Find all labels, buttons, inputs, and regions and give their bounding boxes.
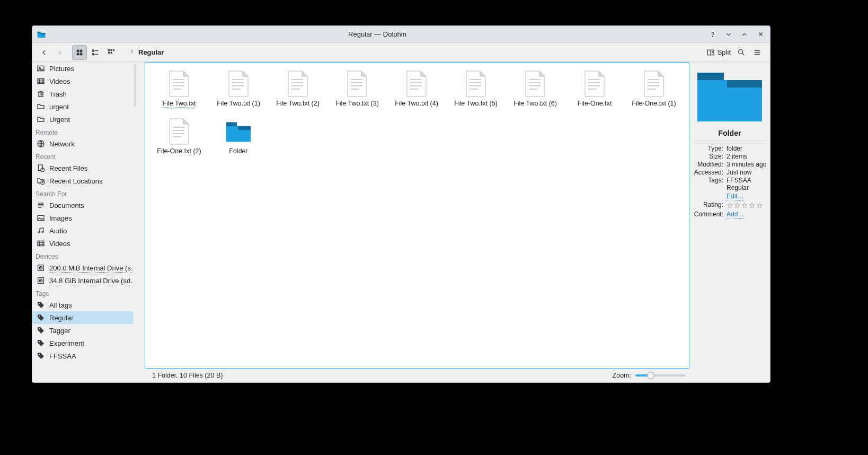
forward-button[interactable] — [52, 45, 67, 60]
text-file-icon — [344, 69, 370, 99]
tags-edit-link[interactable]: Edit… — [727, 192, 744, 200]
file-item[interactable]: File Two.txt (5) — [446, 69, 506, 117]
sidebar-item-regular[interactable]: Regular — [32, 311, 133, 324]
sidebar-item-recent-files[interactable]: Recent Files — [32, 162, 133, 174]
compact-view-button[interactable] — [88, 45, 103, 60]
info-key: Type: — [693, 145, 723, 152]
sidebar-section-header: Recent — [32, 150, 133, 162]
file-view[interactable]: File Two.txt File Two.txt (1) File Two.t… — [145, 62, 689, 369]
breadcrumb[interactable]: Regular — [129, 48, 164, 56]
sidebar-item-recent-locations[interactable]: Recent Locations — [32, 174, 133, 187]
text-file-icon — [522, 69, 548, 99]
file-item[interactable]: File-One.txt (2) — [149, 117, 209, 164]
sidebar-section-header: Remote — [32, 126, 133, 137]
file-item[interactable]: File Two.txt (6) — [506, 69, 565, 117]
sidebar-item-documents[interactable]: Documents — [32, 199, 133, 212]
sidebar-item-label: Images — [49, 214, 72, 222]
info-key: Accessed: — [693, 169, 723, 176]
file-item[interactable]: File Two.txt (1) — [209, 69, 268, 117]
svg-point-58 — [39, 303, 40, 304]
sidebar-item-34-8-gib-internal-drive-sd-[interactable]: 34.8 GiB Internal Drive (sd… — [32, 274, 133, 287]
comment-add-link[interactable]: Add… — [727, 211, 744, 218]
maximize-icon[interactable] — [740, 30, 749, 39]
trash-icon — [37, 90, 45, 98]
tag-icon — [37, 339, 45, 347]
help-icon[interactable] — [708, 30, 717, 39]
sidebar-item-label: Videos — [49, 240, 70, 248]
text-file-icon — [285, 69, 311, 99]
text-file-icon — [463, 69, 489, 99]
sidebar-item-urgent[interactable]: Urgent — [32, 113, 133, 126]
sidebar-item-label: Trash — [49, 90, 67, 98]
file-item[interactable]: File Two.txt — [149, 69, 209, 117]
sidebar-item-network[interactable]: Network — [32, 137, 133, 150]
sidebar-item-experiment[interactable]: Experiment — [32, 337, 133, 349]
svg-rect-13 — [111, 49, 112, 51]
sidebar-item-label: Recent Locations — [49, 177, 102, 185]
file-item[interactable]: File-One.txt — [565, 69, 624, 117]
tag-icon — [37, 352, 45, 360]
info-value: Just now — [727, 169, 767, 176]
breadcrumb-current[interactable]: Regular — [138, 48, 164, 56]
sidebar-item-trash[interactable]: Trash — [32, 88, 133, 100]
svg-point-59 — [39, 316, 40, 317]
sidebar-item-urgent[interactable]: urgent — [32, 100, 133, 113]
svg-rect-2 — [41, 33, 46, 34]
back-button[interactable] — [37, 45, 51, 60]
svg-rect-16 — [111, 51, 112, 53]
sidebar-item-images[interactable]: Images — [32, 212, 133, 224]
svg-point-60 — [39, 328, 40, 329]
videos-icon — [37, 77, 45, 85]
file-item[interactable]: File Two.txt (4) — [387, 69, 446, 117]
sidebar-item-videos[interactable]: Videos — [32, 75, 133, 88]
info-row: Tags:FFSSAA Regular — [693, 177, 767, 191]
disk-icon — [37, 264, 45, 272]
file-item[interactable]: File Two.txt (2) — [268, 69, 327, 117]
places-panel: PicturesVideosTrashurgentUrgentRemoteNet… — [32, 62, 133, 382]
svg-point-3 — [713, 36, 713, 37]
details-view-button[interactable] — [104, 45, 119, 60]
close-icon[interactable] — [756, 30, 765, 39]
sidebar-item-200-0-mib-internal-drive-s-[interactable]: 200.0 MiB Internal Drive (s… — [32, 261, 133, 274]
sidebar-splitter[interactable] — [133, 62, 137, 382]
tag-icon — [37, 326, 45, 335]
svg-rect-7 — [80, 52, 83, 55]
recent-files-icon — [37, 164, 45, 172]
sidebar-item-label: Experiment — [49, 339, 84, 347]
sidebar-item-label: 200.0 MiB Internal Drive (s… — [49, 264, 133, 272]
sidebar-item-videos[interactable]: Videos — [32, 237, 133, 250]
sidebar-section-header: Devices — [32, 250, 133, 261]
svg-marker-82 — [361, 71, 367, 76]
svg-rect-1 — [38, 31, 41, 33]
svg-rect-4 — [77, 49, 79, 52]
svg-marker-106 — [599, 71, 604, 76]
icons-view-button[interactable] — [72, 45, 87, 60]
documents-icon — [37, 201, 45, 209]
info-value: 2 items — [727, 153, 767, 160]
svg-marker-118 — [183, 119, 189, 124]
disk-icon — [37, 276, 45, 285]
sidebar-item-all-tags[interactable]: All tags — [32, 299, 133, 311]
sidebar-item-pictures[interactable]: Pictures — [32, 62, 133, 75]
hamburger-menu-button[interactable] — [750, 45, 765, 60]
rating-stars[interactable]: ☆☆☆☆☆ — [727, 201, 767, 209]
sidebar-section-header: Tags — [32, 287, 133, 299]
network-icon — [37, 139, 45, 148]
zoom-slider[interactable] — [635, 374, 685, 377]
sidebar-item-ffssaa[interactable]: FFSSAA — [32, 349, 133, 362]
split-button[interactable]: Split — [703, 48, 734, 57]
file-item[interactable]: File-One.txt (1) — [624, 69, 684, 117]
recent-places-icon — [37, 177, 45, 185]
file-item[interactable]: File Two.txt (3) — [327, 69, 387, 117]
file-label: File Two.txt — [163, 100, 196, 108]
folder-item[interactable]: Folder — [209, 117, 268, 164]
file-label: File-One.txt — [578, 100, 612, 107]
sidebar-item-audio[interactable]: Audio — [32, 224, 133, 237]
sidebar-item-label: Documents — [49, 202, 84, 209]
file-label: File Two.txt (4) — [395, 100, 438, 107]
text-file-icon — [403, 69, 430, 99]
minimize-icon[interactable] — [724, 30, 733, 39]
sidebar-item-tagger[interactable]: Tagger — [32, 324, 133, 337]
search-button[interactable] — [734, 45, 749, 60]
sidebar-item-label: All tags — [49, 301, 72, 309]
